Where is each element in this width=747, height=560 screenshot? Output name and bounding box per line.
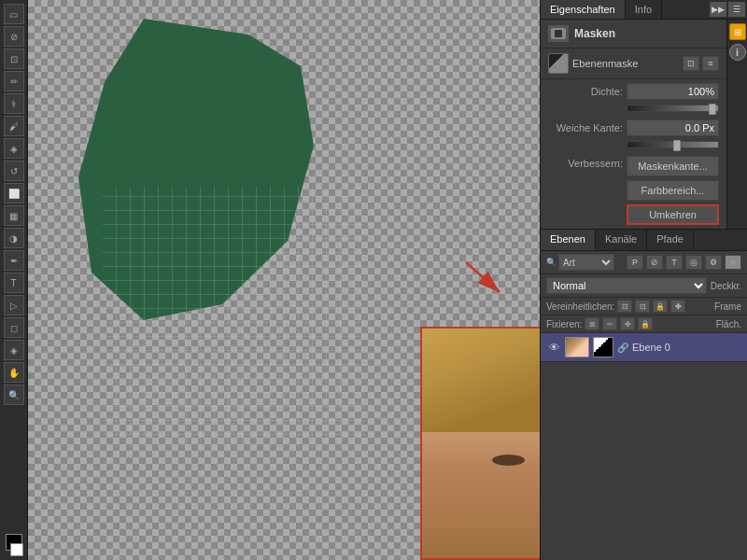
- eye-visibility-icon[interactable]: 👁: [546, 341, 561, 354]
- tab-ebenen[interactable]: Ebenen: [541, 230, 596, 250]
- tool-history-brush[interactable]: ↺: [4, 161, 24, 181]
- fixieren-row: Fixieren: ⊠ ✏ ✤ 🔒 Fläch.: [541, 315, 747, 333]
- canvas-area: [28, 0, 540, 560]
- search-icon: 🔍: [546, 258, 557, 267]
- tool-dodge[interactable]: ◑: [4, 228, 24, 248]
- dichte-slider[interactable]: [627, 105, 719, 112]
- weiche-kante-slider[interactable]: [627, 141, 719, 148]
- tab-eigenschaften[interactable]: Eigenschaften: [541, 0, 626, 19]
- bubble-wrap: [103, 187, 364, 448]
- fix-btn-3[interactable]: ✤: [620, 317, 635, 330]
- tool-lasso[interactable]: ⊘: [4, 26, 24, 47]
- verbessern-buttons: Maskenkante... Farbbereich... Umkehren: [627, 156, 719, 225]
- layers-action-icons: P ⊘ T ◎ ⚙ ○: [627, 255, 741, 270]
- blending-row: Normal Deckkr.: [541, 274, 747, 298]
- dichte-slider-thumb: [709, 104, 716, 115]
- layers-tabs: Ebenen Kanäle Pfade: [541, 230, 747, 251]
- layer-name-label: Ebene 0: [632, 342, 741, 353]
- vereinheitlichen-row: Vereinheitlichen: ⊡ ⊡ 🔒 ✤ Frame: [541, 298, 747, 315]
- layer-thumbnail: [565, 337, 589, 357]
- tool-marquee[interactable]: ▭: [4, 4, 24, 24]
- tab-pfade[interactable]: Pfade: [647, 230, 694, 250]
- panel-header-icons: ▶▶ ☰: [708, 0, 747, 19]
- ebenenmaske-btn2[interactable]: ≡: [702, 56, 719, 71]
- tool-text[interactable]: T: [4, 273, 24, 293]
- tool-zoom[interactable]: 🔍: [4, 385, 24, 405]
- deckkraft-label: Deckkr.: [711, 281, 741, 291]
- tool-clone[interactable]: ◈: [4, 138, 24, 159]
- layer-action-5[interactable]: ⚙: [705, 255, 722, 270]
- panel-menu-icon[interactable]: ☰: [728, 2, 745, 17]
- v-btn-4[interactable]: ✤: [670, 300, 685, 313]
- layer-action-4[interactable]: ◎: [685, 255, 702, 270]
- ebenenmaske-label: Ebenenmaske: [572, 58, 679, 69]
- weiche-kante-label: Weiche Kante:: [548, 122, 623, 133]
- prop-icon-info[interactable]: i: [729, 44, 746, 61]
- ebenenmaske-row: Ebenenmaske ⊡ ≡: [541, 49, 726, 79]
- dichte-input[interactable]: [627, 83, 719, 100]
- tool-eyedropper[interactable]: ✏: [4, 71, 24, 91]
- weiche-kante-input[interactable]: [627, 119, 719, 136]
- flaeche-label: Fläch.: [716, 319, 741, 329]
- vereinheitlichen-label: Vereinheitlichen:: [546, 301, 614, 312]
- v-btn-1[interactable]: ⊡: [617, 300, 632, 313]
- ebenenmaske-btn1[interactable]: ⊡: [683, 56, 699, 71]
- tool-path-select[interactable]: ▷: [4, 295, 24, 315]
- layer-action-3[interactable]: T: [666, 255, 683, 270]
- layer-link-icon[interactable]: 🔗: [617, 343, 628, 353]
- prop-icon-grid[interactable]: ⊞: [729, 23, 746, 40]
- tab-info[interactable]: Info: [626, 0, 662, 19]
- farbbereich-button[interactable]: Farbbereich...: [627, 180, 719, 201]
- panel-expand-icon[interactable]: ▶▶: [710, 2, 726, 17]
- weiche-kante-row: Weiche Kante:: [541, 116, 726, 140]
- umkehren-button[interactable]: Umkehren: [627, 204, 719, 225]
- dichte-label: Dichte:: [548, 86, 623, 97]
- dichte-slider-row: [541, 104, 726, 116]
- layer-action-1[interactable]: P: [627, 255, 643, 270]
- fix-btn-1[interactable]: ⊠: [585, 317, 599, 330]
- verbessern-label: Verbessern:: [548, 156, 623, 169]
- verbessern-row: Verbessern: Maskenkante... Farbbereich..…: [541, 152, 726, 229]
- tool-crop[interactable]: ⊡: [4, 49, 24, 69]
- weiche-kante-slider-row: [541, 140, 726, 152]
- masken-icon: [548, 25, 569, 42]
- layers-filter-toolbar: 🔍 Art P ⊘ T ◎ ⚙ ○: [541, 251, 747, 274]
- weiche-kante-slider-thumb: [673, 140, 681, 151]
- ebenenmaske-thumb: [548, 53, 569, 74]
- tool-gradient[interactable]: ▦: [4, 205, 24, 226]
- masken-header: Masken: [541, 20, 726, 49]
- tool-eraser[interactable]: ⬜: [4, 183, 24, 203]
- layer-filter-toggle[interactable]: ○: [725, 255, 741, 270]
- tool-3d[interactable]: ◈: [4, 340, 24, 360]
- frame-label: Frame: [714, 301, 741, 312]
- left-toolbar: ▭ ⊘ ⊡ ✏ ⚕ 🖌 ◈ ↺ ⬜ ▦ ◑ ✒ T ▷ ◻ ◈ ✋ 🔍: [0, 0, 28, 560]
- layer-row-0[interactable]: 👁 🔗 Ebene 0: [541, 333, 747, 362]
- fix-btn-4[interactable]: 🔒: [638, 317, 653, 330]
- tool-hand[interactable]: ✋: [4, 362, 24, 383]
- tool-shape[interactable]: ◻: [4, 317, 24, 338]
- tool-brush[interactable]: 🖌: [4, 116, 24, 136]
- masken-title: Masken: [574, 27, 615, 40]
- v-btn-2[interactable]: ⊡: [635, 300, 650, 313]
- layers-panel: Ebenen Kanäle Pfade 🔍 Art P ⊘ T ◎ ⚙: [541, 230, 747, 560]
- preview-image: [422, 329, 540, 558]
- layer-mask-thumbnail: [593, 337, 613, 357]
- dichte-row: Dichte:: [541, 79, 726, 104]
- ebenenmaske-actions: ⊡ ≡: [683, 56, 719, 71]
- tool-spot-heal[interactable]: ⚕: [4, 93, 24, 114]
- layer-action-2[interactable]: ⊘: [646, 255, 663, 270]
- blending-mode-select[interactable]: Normal: [546, 277, 707, 294]
- layers-search: 🔍 Art: [546, 254, 614, 271]
- maskenkante-button[interactable]: Maskenkante...: [627, 156, 719, 176]
- tab-kanaele[interactable]: Kanäle: [596, 230, 647, 250]
- fix-btn-2[interactable]: ✏: [602, 317, 617, 330]
- v-btn-3[interactable]: 🔒: [653, 300, 668, 313]
- preview-overlay: [420, 327, 540, 560]
- panel-tabs-bar: Eigenschaften Info ▶▶ ☰: [541, 0, 747, 20]
- tool-pen[interactable]: ✒: [4, 250, 24, 271]
- preview-hair: [422, 329, 540, 432]
- filter-select[interactable]: Art: [558, 254, 614, 271]
- fixieren-label: Fixieren:: [546, 319, 582, 329]
- properties-panel: Eigenschaften Info ▶▶ ☰ Masken: [541, 0, 747, 230]
